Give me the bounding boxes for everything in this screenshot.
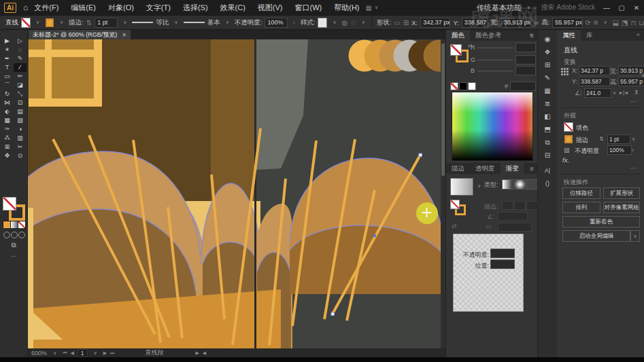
tool-scale[interactable]: ⤡ <box>14 90 27 98</box>
tool-mesh[interactable]: ▦ <box>1 116 14 125</box>
panel-character-icon[interactable]: A| <box>538 167 557 174</box>
menu-select[interactable]: 选择(S) <box>177 0 214 15</box>
tool-shaper[interactable]: ⌒ <box>1 81 14 90</box>
chevron-down-icon[interactable]: ∨ <box>123 20 126 25</box>
arrange-documents-icon[interactable]: ▦ <box>366 4 372 12</box>
window-pane[interactable] <box>52 39 94 50</box>
home-icon[interactable]: ⌂ <box>23 3 28 12</box>
tool-slice[interactable]: ✂ <box>14 143 27 151</box>
minimize-button[interactable]: — <box>599 4 614 12</box>
dock-collapse-icon[interactable]: « <box>637 31 640 38</box>
pathfinder-exclude-icon[interactable]: ⊔ <box>639 19 644 26</box>
height-value[interactable]: 55.957 px <box>552 18 582 28</box>
chevron-down-icon[interactable]: ∨ <box>477 183 481 189</box>
tool-zoom[interactable]: ⊙ <box>14 151 27 160</box>
color-spectrum[interactable] <box>452 92 533 161</box>
anchor-point[interactable] <box>419 153 422 157</box>
none-button[interactable] <box>18 221 26 229</box>
more-options-icon[interactable]: ··· <box>630 164 637 171</box>
draw-inside-icon[interactable] <box>18 232 25 238</box>
fx-button[interactable]: fx. <box>562 156 569 164</box>
panel-color-wheel-icon[interactable]: ◉ <box>538 35 557 43</box>
chevron-down-icon[interactable]: ∨ <box>362 20 365 25</box>
menu-type[interactable]: 文字(T) <box>140 0 177 15</box>
chevron-down-icon[interactable]: ∨ <box>60 20 63 25</box>
chevron-down-icon[interactable]: ∨ <box>36 20 39 25</box>
stock-search-placeholder[interactable]: 搜索 Adobe Stock <box>541 3 595 12</box>
vertical-scrollbar-thumb[interactable] <box>441 43 445 176</box>
panel-history-icon[interactable]: ⊟ <box>538 151 557 159</box>
panel-libraries-icon[interactable]: ⬒ <box>538 126 557 133</box>
close-button[interactable]: ✕ <box>629 4 644 12</box>
last-artboard-icon[interactable]: ⏭ <box>110 350 114 356</box>
r-slider[interactable] <box>477 48 513 48</box>
menu-effect[interactable]: 效果(C) <box>214 0 252 15</box>
menu-window[interactable]: 窗口(W) <box>289 0 328 15</box>
hscroll-right-icon[interactable]: ▶ <box>195 350 199 356</box>
menu-object[interactable]: 对象(O) <box>102 0 140 15</box>
tool-graph[interactable]: ▥ <box>14 134 27 143</box>
pathfinder-intersect-icon[interactable]: ⊓ <box>630 19 636 26</box>
transform-icon[interactable]: ⟳ <box>586 19 591 26</box>
stroke-across-button[interactable] <box>526 201 538 210</box>
white-swatch[interactable] <box>468 82 476 90</box>
fill-proxy-none[interactable] <box>3 197 16 211</box>
chevron-down-icon[interactable]: ∨ <box>226 20 229 25</box>
stroke-along-button[interactable] <box>514 201 526 210</box>
tool-type[interactable]: T <box>1 63 14 72</box>
tool-pen[interactable]: ✒ <box>1 54 14 63</box>
opacity-value[interactable]: 100% <box>265 18 288 28</box>
expand-shape-button[interactable]: 扩展形状 <box>603 187 640 199</box>
restore-button[interactable]: ▢ <box>614 4 629 12</box>
stepper-icon[interactable]: ⇅ <box>599 136 604 142</box>
recolor-button[interactable]: 重新着色 <box>562 216 640 228</box>
anchor-midpoint[interactable] <box>373 234 376 237</box>
panel-paragraph-icon[interactable]: () <box>538 180 557 187</box>
tool-gradient[interactable]: ▧ <box>14 116 27 125</box>
hex-value[interactable] <box>510 82 536 91</box>
tab-properties[interactable]: 属性 <box>557 30 581 41</box>
tool-rotate[interactable]: ↻ <box>1 90 14 98</box>
chevron-down-icon[interactable]: ∨ <box>174 20 177 25</box>
gradient-annotator-field[interactable] <box>498 223 532 232</box>
stroke-swatch[interactable] <box>564 134 573 144</box>
fill-swatch-none[interactable] <box>21 18 31 28</box>
draw-behind-icon[interactable] <box>11 232 18 238</box>
tool-blend[interactable]: ◑ <box>14 125 27 134</box>
stroke-within-button[interactable] <box>502 201 513 210</box>
unlink-icon[interactable]: ⊘ <box>641 72 644 78</box>
tool-free-transform[interactable]: ⊡ <box>14 98 27 107</box>
tab-transparency[interactable]: 透明度 <box>470 163 501 174</box>
tool-perspective-grid[interactable]: ▤ <box>14 107 27 116</box>
edit-toolbar-more[interactable]: ⋯ <box>0 253 27 259</box>
more-options-icon[interactable]: ··· <box>630 98 637 105</box>
fill-swatch-none[interactable] <box>564 122 573 132</box>
panel-brushes-icon[interactable]: ✎ <box>538 74 557 82</box>
x-value[interactable]: 342.37 px <box>420 18 450 28</box>
search-icon[interactable]: ⌕ <box>533 3 537 12</box>
reference-point-icon[interactable]: ⊞ <box>403 19 409 26</box>
global-edit-button[interactable]: 启动全局编辑 <box>562 230 630 242</box>
chevron-right-icon[interactable]: › <box>293 20 294 25</box>
panel-layers-icon[interactable]: ≣ <box>538 100 557 107</box>
y-value[interactable]: 338.587 <box>462 18 488 28</box>
panel-appearance-icon[interactable]: ◧ <box>538 113 557 120</box>
tool-curvature[interactable]: ✎ <box>14 54 27 63</box>
pathfinder-minus-icon[interactable]: ⬔ <box>622 19 628 26</box>
tool-symbol-sprayer[interactable]: ⁂ <box>1 134 14 143</box>
canvas[interactable] <box>27 39 445 348</box>
menu-help[interactable]: 帮助(H) <box>328 0 365 15</box>
tab-color-guide[interactable]: 颜色参考 <box>470 30 507 41</box>
flip-horizontal-icon[interactable]: ▸∣◂ <box>620 90 628 96</box>
menu-view[interactable]: 视图(V) <box>252 0 289 15</box>
x-field[interactable]: 342.37 p <box>579 66 610 75</box>
panel-swatches-icon[interactable]: ❖ <box>538 48 557 56</box>
screen-mode-icon[interactable]: ⧉ <box>4 241 23 249</box>
reverse-gradient-icon[interactable]: ⇄ <box>452 223 457 230</box>
width-value[interactable]: 30.913 px <box>501 18 531 28</box>
stepper-icon[interactable]: ⇅ <box>86 19 92 26</box>
gradient-swatch[interactable] <box>450 178 473 196</box>
chevron-down-icon[interactable]: ∨ <box>94 350 97 356</box>
prev-artboard-icon[interactable]: ◀ <box>70 350 73 356</box>
r-value[interactable] <box>515 43 536 52</box>
